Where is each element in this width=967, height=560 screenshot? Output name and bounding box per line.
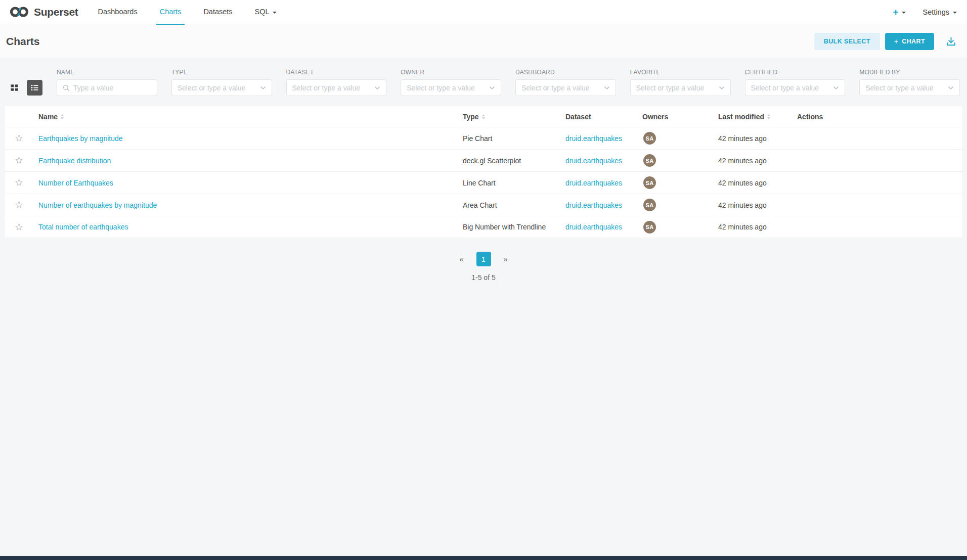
grid-icon	[10, 83, 19, 92]
chevron-down-icon	[260, 86, 266, 90]
owner-avatar[interactable]: SA	[643, 199, 656, 211]
card-view-button[interactable]	[7, 80, 22, 96]
dataset-filter-select[interactable]: Select or type a value	[286, 79, 387, 96]
star-outline-icon	[15, 178, 23, 187]
column-header-name[interactable]: Name	[32, 113, 463, 121]
dataset-link[interactable]: druid.earthquakes	[565, 179, 622, 187]
column-header-owners: Owners	[642, 113, 718, 121]
chevron-down-icon	[948, 86, 954, 90]
select-placeholder: Select or type a value	[636, 84, 715, 92]
view-toggle-group	[7, 79, 42, 96]
bulk-select-button[interactable]: BULK SELECT	[814, 33, 880, 50]
filter-label: TYPE	[171, 69, 272, 76]
sort-carets-icon	[482, 114, 485, 119]
table-row: Number of Earthquakes Line Chart druid.e…	[5, 171, 962, 194]
navbar-right: + Settings	[893, 7, 959, 17]
star-outline-icon	[15, 134, 23, 143]
favorite-star-button[interactable]	[5, 223, 32, 231]
select-placeholder: Select or type a value	[751, 84, 830, 92]
nav-item-datasets[interactable]: Datasets	[199, 0, 237, 24]
chart-name-link[interactable]: Number of Earthquakes	[38, 179, 113, 187]
star-outline-icon	[15, 223, 23, 231]
favorite-star-button[interactable]	[5, 201, 32, 209]
dashboard-filter-select[interactable]: Select or type a value	[515, 79, 616, 96]
navbar: Superset Dashboards Charts Datasets SQL …	[0, 0, 967, 24]
nav-item-sql[interactable]: SQL	[250, 0, 281, 24]
last-modified-cell: 42 minutes ago	[718, 223, 797, 231]
page-title: Charts	[6, 35, 40, 48]
filter-label: DASHBOARD	[515, 69, 616, 76]
add-chart-label: CHART	[902, 38, 925, 45]
dataset-link[interactable]: druid.earthquakes	[565, 134, 622, 143]
owner-avatar[interactable]: SA	[643, 132, 656, 145]
column-header-last-modified[interactable]: Last modified	[718, 113, 797, 121]
filter-owner: OWNER Select or type a value	[401, 69, 501, 96]
filter-label: OWNER	[401, 69, 501, 76]
favorite-star-button[interactable]	[5, 134, 32, 143]
next-page-button[interactable]: »	[501, 253, 511, 265]
nav-item-label: Datasets	[203, 0, 232, 24]
previous-page-button[interactable]: «	[456, 253, 466, 265]
column-label: Type	[463, 113, 479, 121]
filter-label: NAME	[57, 69, 157, 76]
nav-item-label: Charts	[160, 0, 182, 24]
dataset-link[interactable]: druid.earthquakes	[565, 201, 622, 209]
select-placeholder: Select or type a value	[407, 84, 486, 92]
search-icon	[63, 84, 70, 91]
select-placeholder: Select or type a value	[521, 84, 600, 92]
column-label: Owners	[642, 113, 668, 121]
chart-name-link[interactable]: Earthquakes by magnitude	[38, 134, 123, 143]
new-item-menu-button[interactable]: +	[893, 7, 905, 17]
filter-label: CERTIFIED	[745, 69, 846, 76]
nav-item-charts[interactable]: Charts	[155, 0, 186, 24]
page-1-button[interactable]: 1	[476, 252, 491, 266]
add-chart-button[interactable]: + CHART	[885, 33, 934, 50]
favorite-star-button[interactable]	[5, 156, 32, 165]
filter-favorite: FAVORITE Select or type a value	[630, 69, 731, 96]
chart-name-link[interactable]: Number of earthquakes by magnitude	[38, 201, 157, 209]
name-filter-input[interactable]	[73, 84, 151, 92]
plus-icon: +	[894, 37, 899, 45]
list-view-button[interactable]	[27, 80, 42, 96]
brand[interactable]: Superset	[9, 5, 78, 19]
settings-label: Settings	[923, 8, 949, 16]
chart-name-link[interactable]: Total number of earthquakes	[38, 223, 128, 231]
table-header-row: Name Type Dataset Owners Last modified A…	[5, 106, 962, 127]
column-label: Actions	[797, 113, 823, 121]
chart-type-cell: Line Chart	[463, 179, 565, 187]
column-label: Last modified	[718, 113, 764, 121]
select-placeholder: Select or type a value	[292, 84, 371, 92]
chevron-down-icon	[489, 86, 495, 90]
table-row: Earthquakes by magnitude Pie Chart druid…	[5, 127, 962, 149]
owner-avatar[interactable]: SA	[643, 154, 656, 167]
chevron-down-icon	[719, 86, 725, 90]
chevron-down-icon	[374, 86, 380, 90]
certified-filter-select[interactable]: Select or type a value	[745, 79, 846, 96]
dataset-link[interactable]: druid.earthquakes	[565, 157, 622, 165]
star-outline-icon	[15, 201, 23, 209]
column-label: Name	[38, 113, 58, 121]
filter-modified-by: MODIFIED BY Select or type a value	[859, 69, 960, 96]
filter-dataset: DATASET Select or type a value	[286, 69, 387, 96]
plus-icon: +	[893, 7, 898, 17]
chart-type-cell: Area Chart	[463, 201, 565, 209]
owner-avatar[interactable]: SA	[643, 176, 656, 189]
favorite-star-button[interactable]	[5, 178, 32, 187]
chart-name-link[interactable]: Earthquake distribution	[38, 157, 111, 165]
filter-type: TYPE Select or type a value	[171, 69, 272, 96]
settings-menu-button[interactable]: Settings	[923, 8, 957, 16]
owner-filter-select[interactable]: Select or type a value	[401, 79, 501, 96]
import-charts-button[interactable]	[945, 36, 957, 48]
type-filter-select[interactable]: Select or type a value	[171, 79, 272, 96]
owner-avatar[interactable]: SA	[643, 221, 656, 234]
nav-item-dashboards[interactable]: Dashboards	[93, 0, 142, 24]
filter-name: NAME	[57, 69, 157, 96]
column-header-dataset: Dataset	[565, 113, 642, 121]
chevron-down-icon	[953, 12, 957, 14]
chevron-down-icon	[833, 86, 839, 90]
filter-label: MODIFIED BY	[859, 69, 960, 76]
favorite-filter-select[interactable]: Select or type a value	[630, 79, 731, 96]
dataset-link[interactable]: druid.earthquakes	[565, 223, 622, 231]
column-header-type[interactable]: Type	[463, 113, 565, 121]
modified-by-filter-select[interactable]: Select or type a value	[859, 79, 960, 96]
